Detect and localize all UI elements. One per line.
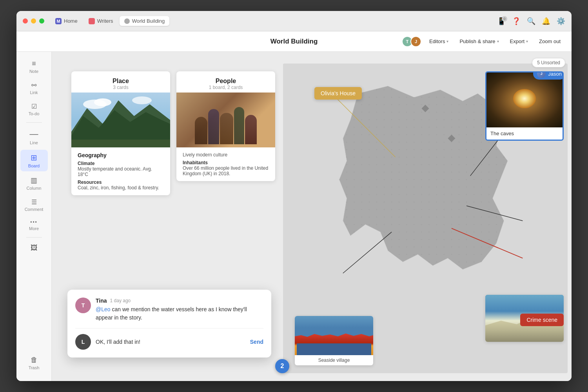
place-card-body: Geography Climate Mostly temperate and o… xyxy=(71,147,170,195)
page-title: World Building xyxy=(270,38,318,45)
sidebar-item-image[interactable]: 🖼 xyxy=(20,241,48,255)
people-card-header: People 1 board, 2 cards xyxy=(176,71,275,93)
sidebar-item-board[interactable]: ⊞ Board xyxy=(20,150,48,171)
people-card-subtitle: 1 board, 2 cards xyxy=(183,85,269,90)
olivias-house-label[interactable]: Olivia's House xyxy=(314,87,362,100)
column-icon: ▥ xyxy=(31,176,37,185)
settings-icon[interactable]: ⚙️ xyxy=(557,17,565,25)
sidebar-item-column[interactable]: ▥ Column xyxy=(20,173,48,194)
titlebar-right: 📱0 ❓ 🔍 🔔 ⚙️ xyxy=(497,17,565,25)
people-card-title: People xyxy=(183,78,269,85)
seaside-card[interactable]: Seaside village xyxy=(295,316,373,365)
sidebar-item-more[interactable]: ••• More xyxy=(20,216,48,234)
people-inhabitants-label: Inhabitants xyxy=(183,160,269,165)
home-tab-label: Home xyxy=(64,18,78,24)
sidebar-item-todo[interactable]: ☑ To-do xyxy=(20,100,48,119)
board-icon: ⊞ xyxy=(31,153,37,162)
tablet-icon[interactable]: 📱0 xyxy=(497,17,506,25)
place-card-title: Place xyxy=(78,78,164,85)
tab-home[interactable]: M Home xyxy=(51,16,82,26)
place-card[interactable]: Place 3 cards xyxy=(71,71,170,195)
traffic-lights xyxy=(23,18,44,24)
send-button[interactable]: Send xyxy=(250,339,263,345)
tina-name: Tina xyxy=(96,298,107,304)
comment-count-badge[interactable]: 2 xyxy=(275,359,289,373)
people-inhabitants-value: Over 66 million people lived in the Unit… xyxy=(183,165,269,176)
editors-avatars: T J xyxy=(402,36,421,47)
jason-avatar: J xyxy=(537,71,546,78)
caves-label: The caves xyxy=(486,127,563,140)
tina-comment-text: @Leo can we mention the water vessels he… xyxy=(96,305,263,322)
wb-tab-label: World Building xyxy=(132,18,165,24)
silhouette-5 xyxy=(245,115,257,144)
sidebar-item-link[interactable]: ⚯ Link xyxy=(20,78,48,98)
search-icon[interactable]: 🔍 xyxy=(527,17,535,25)
jason-label: J Jason xyxy=(533,71,564,80)
editors-button[interactable]: Editors ▾ xyxy=(426,36,452,46)
help-icon[interactable]: ❓ xyxy=(512,17,521,25)
seaside-image xyxy=(295,316,373,355)
place-climate-value: Mostly temperate and oceanic. Avg. 18°C xyxy=(78,166,164,177)
map-area: Olivia's House J Jason The caves xyxy=(283,64,568,373)
tina-comment-body: can we mention the water vessels here as… xyxy=(96,306,247,321)
writers-tab-icon xyxy=(89,18,95,24)
todo-icon: ☑ xyxy=(31,103,37,110)
sidebar-item-trash[interactable]: 🗑 Trash xyxy=(20,353,48,373)
minimize-button[interactable] xyxy=(31,18,36,24)
close-button[interactable] xyxy=(23,18,28,24)
maximize-button[interactable] xyxy=(39,18,44,24)
people-card-image xyxy=(176,93,275,147)
silhouette-2 xyxy=(208,109,219,144)
trash-icon: 🗑 xyxy=(31,356,38,364)
bell-icon[interactable]: 🔔 xyxy=(542,17,550,25)
comment-icon: ☰ xyxy=(31,198,37,206)
crime-scene-label[interactable]: Crime scene xyxy=(520,314,564,326)
canvas-area: 5 Unsorted Place 3 cards xyxy=(52,52,572,381)
place-climate-label: Climate xyxy=(78,161,164,166)
main-area: ≡ Note ⚯ Link ☑ To-do — Line ⊞ Board ▥ xyxy=(16,52,572,381)
tina-time: 1 day ago xyxy=(110,298,131,303)
caves-card[interactable]: J Jason The caves xyxy=(485,71,564,141)
publish-label: Publish & share xyxy=(459,38,495,44)
sidebar-item-comment[interactable]: ☰ Comment xyxy=(20,195,48,215)
svg-rect-3 xyxy=(71,140,170,147)
place-resources-label: Resources xyxy=(78,180,164,185)
tina-comment-content: Tina 1 day ago @Leo can we mention the w… xyxy=(96,298,263,322)
menubar-right: T J Editors ▾ Publish & share ▾ Export ▾… xyxy=(402,36,564,47)
export-button[interactable]: Export ▾ xyxy=(507,36,532,46)
sidebar: ≡ Note ⚯ Link ☑ To-do — Line ⊞ Board ▥ xyxy=(16,52,52,381)
comment-reply-input[interactable] xyxy=(96,339,245,345)
mention-leo[interactable]: @Leo xyxy=(96,306,111,312)
image-icon: 🖼 xyxy=(31,244,38,252)
svg-point-5 xyxy=(94,98,111,106)
place-card-header: Place 3 cards xyxy=(71,71,170,93)
tab-bar: M Home Writers World Building xyxy=(51,16,169,26)
menubar: World Building T J Editors ▾ Publish & s… xyxy=(16,31,572,52)
place-geography-title: Geography xyxy=(78,152,164,158)
export-label: Export xyxy=(510,38,525,44)
zoom-button[interactable]: Zoom out xyxy=(536,36,564,46)
seaside-label: Seaside village xyxy=(295,355,373,365)
leo-avatar: L xyxy=(75,334,91,350)
tab-writers[interactable]: Writers xyxy=(84,16,118,26)
people-card-body: Lively modern culture Inhabitants Over 6… xyxy=(176,147,275,181)
publish-button[interactable]: Publish & share ▾ xyxy=(456,36,502,46)
place-card-image xyxy=(71,93,170,147)
home-tab-icon: M xyxy=(55,18,62,24)
tina-avatar: T xyxy=(75,298,91,313)
place-card-subtitle: 3 cards xyxy=(78,85,164,90)
avatar-2: J xyxy=(410,36,421,47)
sidebar-item-note[interactable]: ≡ Note xyxy=(20,56,48,77)
sidebar-divider-2 xyxy=(26,237,42,238)
unsorted-badge[interactable]: 5 Unsorted xyxy=(532,58,565,67)
zoom-label: Zoom out xyxy=(539,38,561,44)
svg-point-6 xyxy=(132,96,152,104)
people-card[interactable]: People 1 board, 2 cards xyxy=(176,71,275,181)
tablet-badge: 0 xyxy=(502,16,507,22)
tab-world-building[interactable]: World Building xyxy=(120,16,170,26)
export-chevron-icon: ▾ xyxy=(526,39,528,44)
comment-meta-tina: Tina 1 day ago xyxy=(96,298,263,304)
wb-tab-icon xyxy=(124,18,130,24)
comment-panel: T Tina 1 day ago @Leo can we mention the… xyxy=(67,290,271,358)
sidebar-item-line[interactable]: — Line xyxy=(20,126,48,148)
